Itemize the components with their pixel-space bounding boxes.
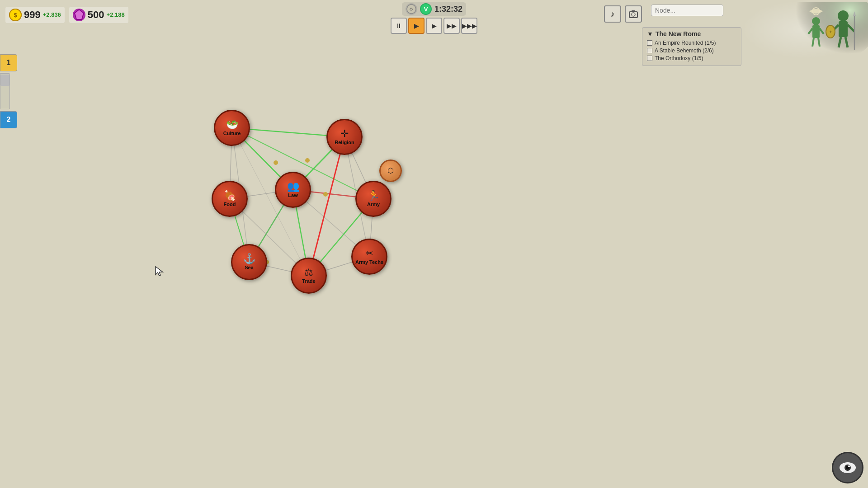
gem-icon — [73, 9, 85, 21]
objectives-title: The New Rome — [656, 30, 701, 38]
node-sea[interactable]: ⚓ Sea — [231, 244, 267, 280]
law-label: Law — [288, 192, 297, 198]
svg-text:✦: ✦ — [829, 29, 832, 34]
objective-1[interactable]: An Empire Reunited (1/5) — [647, 40, 736, 46]
svg-point-36 — [812, 8, 820, 15]
node-food[interactable]: 🍖 Food — [212, 181, 248, 217]
small-node-icon: ⬡ — [387, 167, 394, 174]
food-icon: 🍖 — [224, 191, 236, 201]
army-label: Army — [367, 202, 380, 207]
pause-button[interactable]: ⏸ — [391, 18, 407, 34]
law-icon: 👥 — [287, 182, 299, 192]
objective-3-checkbox[interactable] — [647, 56, 652, 61]
gem-value: 500 — [88, 9, 104, 21]
node-small[interactable]: ⬡ — [379, 160, 402, 182]
svg-rect-38 — [839, 21, 848, 37]
culture-icon: 🥗 — [226, 120, 238, 130]
playback-controls: ⏸ ▶ ▶ ▶▶ ▶▶▶ — [391, 18, 477, 34]
sea-label: Sea — [245, 265, 254, 270]
node-search-input[interactable] — [651, 5, 723, 16]
culture-label: Culture — [223, 131, 241, 136]
gem-delta: +2.188 — [107, 11, 125, 18]
objectives-header: ▼ The New Rome — [647, 30, 736, 38]
eye-button[interactable] — [832, 452, 863, 483]
gem-resource: 500 +2.188 — [69, 7, 128, 23]
sea-icon: ⚓ — [243, 254, 255, 264]
svg-rect-48 — [812, 25, 820, 38]
svg-point-57 — [848, 465, 850, 467]
army-icon: 🏃 — [368, 191, 380, 201]
objectives-triangle: ▼ — [647, 30, 653, 38]
node-religion[interactable]: ✛ Religion — [326, 119, 363, 155]
timer-bar: ⟳ V 1:32:32 — [402, 2, 466, 16]
fast2-button[interactable]: ▶▶▶ — [461, 18, 477, 34]
religion-icon: ✛ — [340, 129, 349, 139]
gold-icon: $ — [9, 9, 22, 21]
army-techs-icon: ✂ — [365, 249, 373, 258]
game-timer: 1:32:32 — [434, 5, 462, 14]
gold-value: 999 — [24, 9, 41, 21]
node-law[interactable]: 👥 Law — [275, 172, 311, 208]
trade-label: Trade — [302, 278, 315, 284]
music-button[interactable]: ♪ — [604, 5, 621, 23]
objective-2-label: A Stable Behemoth (2/6) — [655, 47, 714, 54]
gold-resource: $ 999 +2.836 — [5, 7, 65, 23]
objective-1-label: An Empire Reunited (1/5) — [655, 40, 716, 46]
eye-icon — [839, 461, 857, 474]
sidebar-tab-2[interactable]: 2 — [0, 111, 17, 128]
food-label: Food — [224, 202, 236, 207]
node-trade[interactable]: ⚖ Trade — [291, 258, 327, 294]
religion-label: Religion — [335, 140, 354, 145]
sidebar-scroll-track — [0, 73, 10, 109]
objective-3[interactable]: The Orthodoxy (1/5) — [647, 55, 736, 61]
media-controls: ♪ — [604, 5, 642, 23]
node-culture[interactable]: 🥗 Culture — [214, 110, 250, 146]
objective-1-checkbox[interactable] — [647, 40, 652, 46]
step2-button[interactable]: ▶ — [426, 18, 442, 34]
center-controls: ⟳ V 1:32:32 ⏸ ▶ ▶ ▶▶ ▶▶▶ — [391, 0, 477, 34]
gold-delta: +2.836 — [43, 11, 61, 18]
sidebar-scroll-thumb[interactable] — [0, 75, 9, 86]
objective-2-checkbox[interactable] — [647, 48, 652, 53]
node-army-techs[interactable]: ✂ Army Techs — [351, 239, 387, 275]
civ-banner: ✦ — [741, 0, 868, 59]
left-sidebar: 1 2 — [0, 54, 17, 128]
objectives-panel: ▼ The New Rome An Empire Reunited (1/5) … — [642, 27, 741, 66]
civ-figures-svg: ✦ — [750, 2, 868, 56]
svg-marker-29 — [75, 9, 84, 19]
sidebar-tab-1[interactable]: 1 — [0, 54, 17, 71]
svg-point-37 — [838, 10, 849, 21]
svg-point-47 — [812, 17, 820, 25]
army-techs-label: Army Techs — [355, 259, 383, 265]
camera-icon — [628, 9, 638, 19]
svg-text:$: $ — [14, 12, 17, 19]
svg-rect-34 — [632, 10, 635, 12]
svg-point-33 — [632, 13, 635, 16]
speed-token[interactable]: ⟳ — [406, 3, 417, 15]
camera-button[interactable] — [625, 5, 642, 23]
graph-area: 🥗 Culture ✛ Religion 🍖 Food 👥 Law 🏃 Army… — [0, 0, 868, 488]
fast1-button[interactable]: ▶▶ — [443, 18, 460, 34]
trade-icon: ⚖ — [304, 267, 313, 277]
node-army[interactable]: 🏃 Army — [355, 181, 392, 217]
step1-button[interactable]: ▶ — [408, 18, 425, 34]
objective-3-label: The Orthodoxy (1/5) — [655, 55, 703, 61]
player-badge: V — [420, 3, 432, 15]
objective-2[interactable]: A Stable Behemoth (2/6) — [647, 47, 736, 54]
svg-text:⟳: ⟳ — [410, 7, 414, 12]
